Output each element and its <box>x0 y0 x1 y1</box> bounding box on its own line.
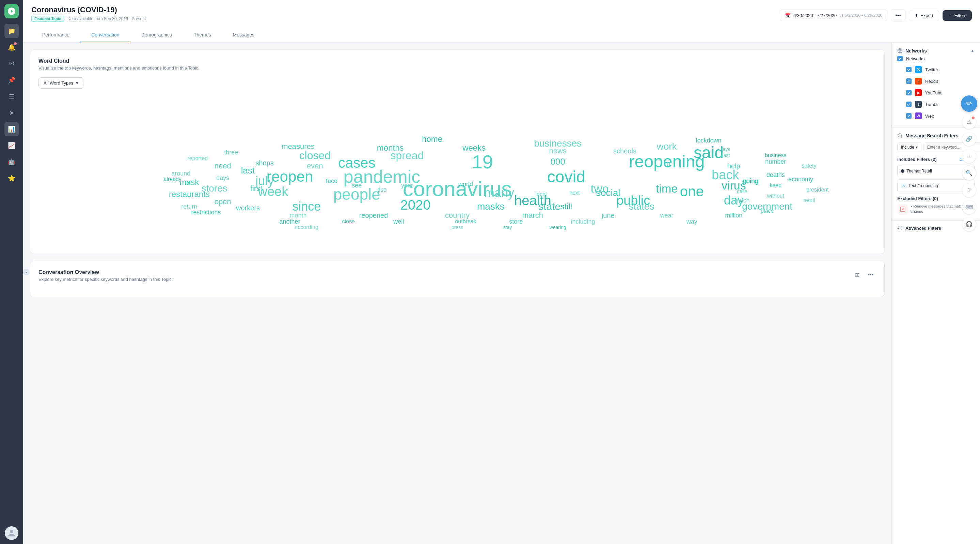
search-fab-button[interactable]: 🔍 <box>962 166 976 180</box>
word-cloud-word[interactable]: 10 <box>663 161 670 168</box>
word-cloud-word[interactable]: close <box>342 219 355 225</box>
word-cloud-word[interactable]: year <box>401 182 413 189</box>
word-cloud-word[interactable]: according <box>295 224 318 230</box>
word-cloud-word[interactable]: lockdown <box>696 137 721 144</box>
word-cloud-word[interactable]: closed <box>299 149 331 162</box>
word-cloud-word[interactable]: press <box>452 225 463 230</box>
word-cloud-word[interactable]: deaths <box>767 171 785 179</box>
network-checkbox-youtube[interactable] <box>906 90 912 96</box>
word-cloud-word[interactable]: including <box>571 218 595 225</box>
word-cloud-word[interactable]: open <box>215 197 231 206</box>
word-cloud-word[interactable]: without <box>767 193 784 199</box>
word-cloud-word[interactable]: help <box>727 162 740 170</box>
word-cloud-word[interactable]: social <box>596 187 620 198</box>
word-cloud-word[interactable]: another <box>279 218 300 225</box>
word-cloud-word[interactable]: workers <box>236 204 260 212</box>
more-options-button[interactable]: ••• <box>891 9 905 21</box>
word-cloud-word[interactable]: last <box>241 165 255 176</box>
word-cloud-word[interactable]: place <box>761 208 774 214</box>
word-cloud-word[interactable]: need <box>215 161 231 171</box>
compose-fab-button[interactable]: ✏ <box>961 96 977 112</box>
word-cloud-word[interactable]: safety <box>802 163 816 169</box>
include-dropdown[interactable]: Include ▾ <box>897 142 921 152</box>
word-cloud-word[interactable]: well <box>393 218 404 225</box>
network-checkbox-tumblr[interactable] <box>906 102 912 107</box>
word-cloud-word[interactable]: president <box>807 187 829 193</box>
word-cloud-word[interactable]: reopened <box>359 212 388 220</box>
tab-messages[interactable]: Messages <box>222 28 266 42</box>
tab-themes[interactable]: Themes <box>183 28 222 42</box>
network-checkbox-twitter[interactable] <box>906 67 912 72</box>
sidebar-inbox-icon[interactable]: ✉ <box>5 57 19 71</box>
word-cloud-word[interactable]: local <box>536 191 547 197</box>
word-cloud-word[interactable]: states <box>629 201 654 212</box>
network-checkbox-all[interactable] <box>897 56 903 61</box>
filters-button[interactable]: → Filters <box>943 10 972 21</box>
sidebar-star-icon[interactable]: ⭐ <box>5 171 19 185</box>
word-cloud-word[interactable]: stay <box>503 225 512 230</box>
word-cloud-word[interactable]: restaurants <box>169 190 210 199</box>
word-cloud-word[interactable]: weeks <box>462 143 485 153</box>
sidebar-pin-icon[interactable]: 📌 <box>5 73 19 87</box>
word-cloud-word[interactable]: masks <box>477 201 504 212</box>
word-cloud-word[interactable]: store <box>509 218 523 225</box>
word-cloud-word[interactable]: 000 <box>550 156 565 167</box>
sidebar-send-icon[interactable]: ➤ <box>5 106 19 120</box>
word-cloud-word[interactable]: already <box>164 176 181 182</box>
word-cloud-word[interactable]: wear <box>660 212 673 219</box>
word-cloud-word[interactable]: says <box>721 147 730 152</box>
word-cloud-word[interactable]: number <box>765 158 786 165</box>
export-button[interactable]: ⬆ Export <box>909 10 939 21</box>
tab-demographics[interactable]: Demographics <box>130 28 183 42</box>
word-cloud-word[interactable]: much <box>735 197 749 204</box>
network-item-reddit[interactable]: r Reddit <box>897 75 975 87</box>
word-cloud-word[interactable]: june <box>602 212 615 220</box>
networks-header[interactable]: Networks ▲ <box>897 48 975 54</box>
network-checkbox-web[interactable] <box>906 113 912 119</box>
word-cloud-word[interactable]: restrictions <box>191 209 221 216</box>
word-type-dropdown[interactable]: All Word Types ▾ <box>38 77 83 89</box>
word-cloud-word[interactable]: state <box>538 201 560 212</box>
network-item-twitter[interactable]: 𝕏 Twitter <box>897 64 975 75</box>
word-cloud-word[interactable]: march <box>522 211 543 220</box>
word-cloud-word[interactable]: due <box>377 187 387 193</box>
word-cloud-word[interactable]: first <box>250 184 262 193</box>
word-cloud-word[interactable]: face <box>326 177 337 184</box>
word-cloud-word[interactable]: keep <box>770 182 781 188</box>
table-view-button[interactable]: ⊞ <box>852 269 862 280</box>
word-cloud-word[interactable]: going <box>743 177 758 184</box>
word-cloud-word[interactable]: three <box>224 149 238 156</box>
word-cloud-word[interactable]: cases <box>338 155 375 171</box>
network-item-all[interactable]: Networks <box>897 54 975 64</box>
word-cloud-word[interactable]: economy <box>788 176 813 183</box>
link-fab-button[interactable]: 🔗 <box>962 132 976 146</box>
sidebar-bot-icon[interactable]: 🤖 <box>5 155 19 169</box>
sidebar-list-icon[interactable]: ☰ <box>5 89 19 104</box>
word-cloud-word[interactable]: next <box>570 190 579 196</box>
word-cloud-word[interactable]: see <box>352 182 362 189</box>
sidebar-chart-icon[interactable]: 📈 <box>5 139 19 153</box>
sidebar-folder-icon[interactable]: 📁 <box>5 24 19 38</box>
word-cloud-word[interactable]: wearing <box>550 225 566 230</box>
word-cloud-word[interactable]: since <box>292 199 321 214</box>
more-options-card-button[interactable]: ••• <box>865 269 876 280</box>
tab-performance[interactable]: Performance <box>31 28 80 42</box>
keyboard-fab-button[interactable]: ⌨ <box>962 200 976 214</box>
word-cloud-word[interactable]: still <box>560 202 572 211</box>
word-cloud-word[interactable]: one <box>680 183 704 200</box>
word-cloud-word[interactable]: time <box>656 182 678 195</box>
word-cloud-word[interactable]: schools <box>613 147 636 155</box>
word-cloud-word[interactable]: covid <box>547 167 585 186</box>
word-cloud-word[interactable]: world <box>458 180 473 187</box>
word-cloud-word[interactable]: mask <box>180 177 199 187</box>
help-fab-button[interactable]: ? <box>962 183 976 197</box>
word-cloud-word[interactable]: shops <box>256 159 274 167</box>
word-cloud-word[interactable]: million <box>725 212 742 219</box>
word-cloud-word[interactable]: past <box>721 153 730 158</box>
word-cloud-word[interactable]: reported <box>188 155 208 161</box>
word-cloud-word[interactable]: around <box>171 170 190 177</box>
word-cloud-word[interactable]: outbreak <box>455 219 476 225</box>
word-cloud-word[interactable]: home <box>422 134 442 144</box>
word-cloud-word[interactable]: days <box>216 174 229 182</box>
word-cloud-word[interactable]: many <box>484 186 514 200</box>
